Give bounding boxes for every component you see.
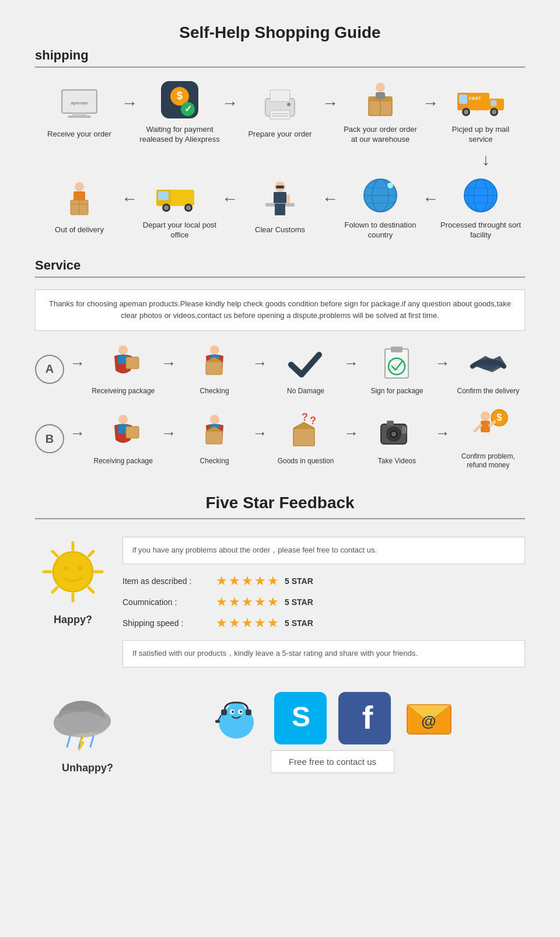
svg-rect-32 <box>74 191 85 200</box>
a-arrow4: → <box>435 354 450 372</box>
arrow6: ← <box>222 190 238 208</box>
feedback-divider <box>35 518 525 519</box>
process-a-step2: Checking <box>177 342 251 396</box>
svg-point-19 <box>376 83 385 92</box>
star2: ★ <box>229 595 240 610</box>
star3: ★ <box>242 595 253 610</box>
svg-point-104 <box>64 566 68 571</box>
contact-icons-row: S f <box>210 692 455 744</box>
sign-pkg-label: Sign for package <box>370 387 423 396</box>
service-section: Service Thanks for choosing apeman produ… <box>35 258 525 470</box>
svg-text:f: f <box>362 699 373 736</box>
flow-followon: Folown to destination country <box>340 175 421 240</box>
receive-label: Receive your order <box>47 130 111 139</box>
rating-row-2: Shipping speed : ★ ★ ★ ★ ★ 5 STAR <box>123 616 525 631</box>
take-videos-label: Take Videos <box>378 457 416 466</box>
svg-point-61 <box>118 345 128 355</box>
b-arrow2: → <box>253 424 268 442</box>
pickup-label: Picjed up by mail service <box>440 125 522 145</box>
facebook-icon-box: f <box>338 692 391 744</box>
process-b-label: B <box>35 424 64 453</box>
process-b-step4: Take Videos <box>360 412 433 466</box>
svg-point-117 <box>232 711 234 713</box>
svg-rect-13 <box>272 113 288 114</box>
svg-rect-14 <box>272 116 288 117</box>
flow-prepare: Prepare your order <box>239 84 321 139</box>
svg-rect-47 <box>275 204 285 215</box>
rating-row-1: Coumnication : ★ ★ ★ ★ ★ 5 STAR <box>123 595 525 610</box>
flow-customs: Clear Customs <box>239 180 321 235</box>
unhappy-section: Unhappy? <box>35 691 525 774</box>
support-icon-box <box>210 692 262 744</box>
happy-label: Happy? <box>35 614 111 626</box>
svg-text:FAST: FAST <box>469 96 481 101</box>
pack-icon <box>357 79 404 120</box>
unhappy-label: Unhappy? <box>35 762 140 774</box>
star1: ★ <box>216 616 228 631</box>
process-a-row: A → Receiveing package <box>35 342 525 396</box>
skype-icon-box: S <box>274 692 327 744</box>
svg-rect-63 <box>126 357 139 369</box>
star5: ★ <box>267 595 279 610</box>
flow-receive: apeman Receive your order <box>38 84 120 139</box>
svg-text:?: ? <box>310 415 316 426</box>
svg-line-102 <box>52 588 57 592</box>
outdelivery-icon <box>56 180 103 221</box>
svg-rect-76 <box>126 426 139 438</box>
svg-point-40 <box>164 205 169 210</box>
star4: ★ <box>254 574 266 589</box>
svg-point-89 <box>481 411 490 421</box>
a-arrow1: → <box>161 354 176 372</box>
process-b-step1: Receiving package <box>86 412 160 466</box>
svg-line-101 <box>89 551 93 556</box>
process-a-step4: Sign for package <box>360 342 433 396</box>
email-icon-box: @ <box>402 692 455 744</box>
svg-line-112 <box>90 736 93 747</box>
goods-question-label: Goods in question <box>278 457 334 466</box>
svg-rect-68 <box>391 347 402 352</box>
svg-text:apeman: apeman <box>71 100 88 106</box>
feedback-content: Happy? if you have any problems about th… <box>35 531 525 673</box>
process-b-row: B → Receiving package → <box>35 408 525 470</box>
b-arrow1: → <box>161 424 176 442</box>
pickup-icon: FAST <box>457 79 504 120</box>
depart-label: Depart your local post office <box>139 221 220 240</box>
checking-a-icon <box>191 342 238 383</box>
svg-point-109 <box>55 712 108 737</box>
svg-rect-119 <box>221 709 227 715</box>
b-arrow3: → <box>344 424 359 442</box>
recv-pkg-a-icon <box>100 342 146 383</box>
svg-rect-80 <box>293 428 314 446</box>
flow-pickup: FAST Picjed up by mail service <box>440 79 522 145</box>
svg-text:$: $ <box>177 90 183 102</box>
checking-b-label: Checking <box>200 457 229 466</box>
depart-icon <box>156 175 203 216</box>
stars-0: ★ ★ ★ ★ ★ <box>216 574 279 589</box>
rating-label-0: Item as described : <box>123 576 216 586</box>
arrow7: ← <box>322 190 338 208</box>
svg-text:S: S <box>291 701 310 732</box>
process-b-step5: $ Confirm problem, refund money <box>452 408 525 470</box>
take-videos-icon <box>373 412 420 453</box>
star5: ★ <box>267 574 279 589</box>
star1: ★ <box>216 574 228 589</box>
followon-icon <box>357 175 404 216</box>
goods-question-icon: ? ? <box>282 412 329 453</box>
svg-rect-122 <box>215 720 220 723</box>
rating-label-1: Coumnication : <box>123 597 216 607</box>
svg-rect-90 <box>481 421 490 432</box>
star4: ★ <box>254 595 266 610</box>
checking-b-icon <box>191 412 238 453</box>
svg-rect-44 <box>276 186 284 188</box>
star3: ★ <box>242 616 253 631</box>
arrow5: ← <box>121 190 138 208</box>
prepare-icon <box>257 84 303 125</box>
confirm-problem-label: Confirm problem, refund money <box>452 452 525 470</box>
svg-point-77 <box>210 415 219 424</box>
feedback-note: If satisfied with our products，kindly le… <box>123 640 525 667</box>
process-a-label: A <box>35 355 64 384</box>
confirm-delivery-label: Confirm the delivery <box>457 387 519 396</box>
svg-point-54 <box>387 183 393 188</box>
b-arrow0: → <box>70 424 85 442</box>
customs-icon <box>257 180 303 221</box>
